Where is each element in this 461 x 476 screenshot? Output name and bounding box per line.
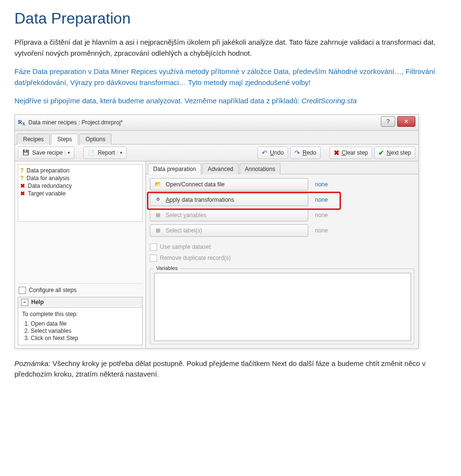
labels-icon: ▦ bbox=[154, 227, 162, 234]
top-tabs: Recipes Steps Options bbox=[15, 131, 418, 145]
help-body: To complete this step: Open data file Se… bbox=[18, 308, 142, 345]
save-recipe-button[interactable]: 💾 Save recipe ▾ bbox=[18, 146, 74, 159]
next-step-label: Next step bbox=[387, 149, 411, 156]
apply-transformations-button[interactable]: ⚙ Apply data transformations bbox=[150, 194, 308, 206]
variables-group: Variables bbox=[150, 269, 414, 344]
x-icon: ✖ bbox=[20, 183, 25, 189]
check-icon: ✔ bbox=[378, 149, 384, 157]
chevron-down-icon[interactable]: ▾ bbox=[117, 150, 122, 155]
tab-options[interactable]: Options bbox=[79, 134, 111, 145]
tree-item-data-preparation[interactable]: ? Data preparation bbox=[20, 167, 140, 174]
tree-label: Data preparation bbox=[26, 167, 69, 174]
report-label: Report bbox=[97, 149, 115, 156]
use-sample-row[interactable]: Use sample dataset bbox=[150, 242, 414, 253]
checkbox-icon[interactable] bbox=[150, 244, 157, 251]
question-icon: ? bbox=[20, 175, 24, 182]
open-data-label: Open/Connect data file bbox=[166, 181, 225, 188]
help-step-2: Select variables bbox=[31, 328, 138, 334]
redo-button[interactable]: ↷ Redo bbox=[290, 146, 321, 159]
remove-duplicate-label: Remove duplicate record(s) bbox=[160, 255, 230, 261]
select-variables-button[interactable]: ▦ Select variables bbox=[150, 209, 308, 221]
inner-tab-annotations[interactable]: Annotations bbox=[240, 163, 280, 174]
inner-tab-data-preparation[interactable]: Data preparation bbox=[148, 163, 201, 174]
paragraph-attach: Nejdříve si připojíme data, která budeme… bbox=[14, 96, 447, 107]
clear-step-label: Clear step bbox=[342, 149, 368, 156]
collapse-icon[interactable]: − bbox=[21, 299, 28, 306]
tree-label: Data redundancy bbox=[28, 183, 72, 189]
apply-transformations-label: Apply data transformations bbox=[166, 196, 234, 203]
redo-label: Redo bbox=[303, 149, 316, 156]
window-titlebar: RX Data miner recipes : Project.dmrproj*… bbox=[15, 115, 418, 131]
page-title: Data Preparation bbox=[14, 10, 447, 27]
save-icon: 💾 bbox=[22, 149, 30, 157]
folder-open-icon: 📂 bbox=[154, 181, 162, 188]
app-icon: RX bbox=[18, 119, 25, 126]
undo-label: Undo bbox=[270, 149, 284, 156]
help-lead: To complete this step: bbox=[22, 311, 138, 317]
window-help-button[interactable]: ? bbox=[381, 116, 395, 127]
variables-list-empty bbox=[154, 273, 411, 341]
select-variables-label: Select variables bbox=[166, 212, 206, 219]
tree-label: Data for analysis bbox=[26, 175, 69, 182]
tree-label: Target variable bbox=[28, 190, 66, 197]
help-panel: − Help To complete this step: Open data … bbox=[18, 297, 143, 345]
footnote: Poznámka: Všechny kroky je potřeba dělat… bbox=[14, 358, 447, 380]
variables-icon: ▦ bbox=[154, 211, 162, 219]
use-sample-label: Use sample dataset bbox=[160, 244, 211, 250]
x-icon: ✖ bbox=[20, 190, 25, 197]
variables-legend: Variables bbox=[154, 265, 180, 271]
select-labels-label: Select label(s) bbox=[166, 227, 202, 234]
help-step-1: Open data file bbox=[31, 320, 138, 327]
help-title: Help bbox=[31, 299, 44, 305]
select-labels-button[interactable]: ▦ Select label(s) bbox=[150, 224, 308, 237]
redo-icon: ↷ bbox=[294, 149, 300, 157]
next-step-button[interactable]: ✔ Next step bbox=[374, 146, 415, 159]
inner-tabs: Data preparation Advanced Annotations bbox=[146, 161, 418, 174]
inner-tab-advanced[interactable]: Advanced bbox=[202, 163, 238, 174]
tab-steps[interactable]: Steps bbox=[51, 134, 78, 145]
tab-recipes[interactable]: Recipes bbox=[17, 134, 50, 145]
configure-label: Configure all steps bbox=[29, 287, 76, 293]
help-step-3: Click on Next Step bbox=[31, 335, 138, 342]
checkbox-icon[interactable] bbox=[150, 255, 157, 262]
status-none-apply: none bbox=[315, 196, 328, 203]
left-panel: ? Data preparation ? Data for analysis ✖… bbox=[15, 161, 146, 348]
save-label: Save recipe bbox=[32, 149, 62, 156]
configure-all-row[interactable]: Configure all steps bbox=[18, 283, 143, 297]
paragraph-phase: Fáze Data preparation v Data Miner Repic… bbox=[14, 66, 447, 88]
clear-step-button[interactable]: ✖ Clear step bbox=[329, 146, 373, 159]
tree-item-data-redundancy[interactable]: ✖ Data redundancy bbox=[20, 182, 140, 190]
x-icon: ✖ bbox=[334, 149, 340, 157]
checkbox-icon[interactable] bbox=[19, 287, 26, 294]
question-icon: ? bbox=[20, 167, 24, 174]
remove-duplicate-row[interactable]: Remove duplicate record(s) bbox=[150, 253, 414, 264]
tree-item-target-variable[interactable]: ✖ Target variable bbox=[20, 190, 140, 197]
chevron-down-icon[interactable]: ▾ bbox=[65, 150, 70, 155]
gear-list-icon: ⚙ bbox=[154, 196, 162, 204]
undo-button[interactable]: ↶ Undo bbox=[257, 146, 288, 159]
steps-tree: ? Data preparation ? Data for analysis ✖… bbox=[18, 164, 143, 222]
status-none-vars: none bbox=[315, 212, 328, 219]
paragraph-intro: Příprava a čištění dat je hlavním a asi … bbox=[14, 37, 447, 59]
report-icon: 📄 bbox=[87, 149, 95, 157]
screenshot-window: RX Data miner recipes : Project.dmrproj*… bbox=[14, 114, 419, 349]
undo-icon: ↶ bbox=[262, 149, 267, 157]
report-button[interactable]: 📄 Report ▾ bbox=[83, 146, 127, 159]
status-none-labels: none bbox=[315, 227, 328, 234]
status-none-open: none bbox=[315, 181, 328, 188]
toolbar: 💾 Save recipe ▾ 📄 Report ▾ ↶ Undo ↷ Redo… bbox=[15, 145, 418, 161]
tree-item-data-for-analysis[interactable]: ? Data for analysis bbox=[20, 174, 140, 182]
right-panel: Data preparation Advanced Annotations 📂 … bbox=[146, 161, 418, 348]
help-header[interactable]: − Help bbox=[18, 297, 142, 308]
open-data-file-button[interactable]: 📂 Open/Connect data file bbox=[150, 178, 308, 191]
window-title: Data miner recipes : Project.dmrproj* bbox=[28, 119, 123, 126]
window-close-button[interactable]: ✕ bbox=[397, 116, 415, 127]
